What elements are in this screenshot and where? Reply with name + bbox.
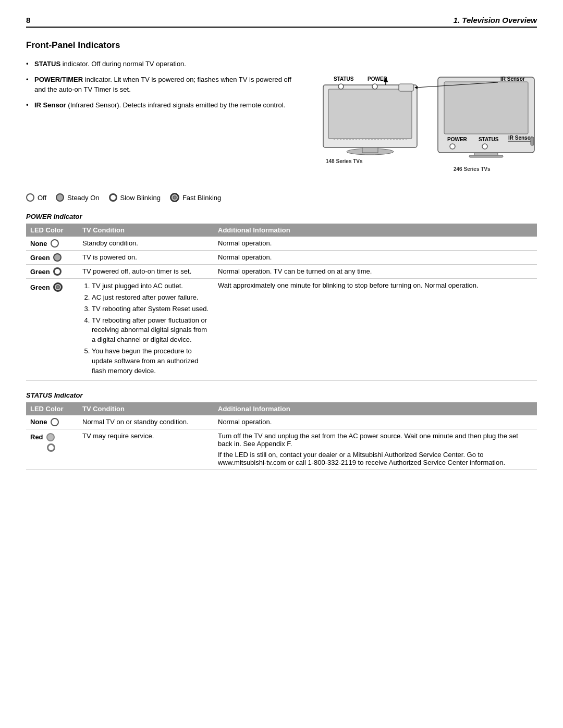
led-slow-blink-icon [109,193,117,202]
bullet-status: STATUS indicator. Off during normal TV o… [26,59,302,69]
svg-rect-21 [531,137,534,145]
bullet-ir: IR Sensor (Infrared Sensor). Detects inf… [26,100,302,110]
top-content: STATUS indicator. Off during normal TV o… [26,59,537,180]
svg-text:STATUS: STATUS [479,137,499,142]
svg-rect-8 [399,84,413,91]
bullet-power-term: POWER/TIMER [34,76,83,83]
legend-fast-blink: Fast Blinking [170,193,221,202]
power-row-3-additional: Normal operation. TV can be turned on at… [214,265,537,279]
bullet-power: POWER/TIMER indicator. Lit when TV is po… [26,75,302,95]
led-fast-blink-icon [170,193,179,202]
status-indicator-label: STATUS Indicator [26,391,537,399]
power-row-4: Green TV just plugged into AC outlet. AC… [26,279,537,381]
status-table-header-row: LED Color TV Condition Additional Inform… [26,402,537,415]
bullet-ir-term: IR Sensor [34,101,66,109]
legend-row: Off Steady On Slow Blinking Fast Blinkin… [26,193,537,202]
status-row-1-led: None [26,415,78,429]
led-off-icon-r1 [51,239,59,248]
power-row-4-list-1: TV just plugged into AC outlet. [92,281,210,291]
power-row-3: Green TV powered off, auto-on timer is s… [26,265,537,279]
power-row-4-led: Green [26,279,78,381]
power-row-1-additional: Normal operation. [214,237,537,251]
svg-text:STATUS: STATUS [334,76,354,82]
legend-fast-blink-label: Fast Blinking [182,194,221,202]
diagram-section: STATUS POWER 148 Series TVs [318,59,537,180]
status-indicator-table: LED Color TV Condition Additional Inform… [26,402,537,470]
page: 8 1. Television Overview Front-Panel Ind… [0,0,563,728]
status-header-condition: TV Condition [78,402,214,415]
power-row-4-list: TV just plugged into AC outlet. AC just … [82,281,210,376]
tv-diagram: STATUS POWER 148 Series TVs [318,59,537,179]
svg-point-6 [338,84,344,89]
svg-text:POWER: POWER [368,76,388,82]
bullet-ir-text: (Infrared Sensor). Detects infrared sign… [66,101,286,109]
page-chapter: 1. Television Overview [454,16,537,24]
power-row-2-condition: TV is powered on. [78,251,214,265]
led-slow-blink-icon-r3 [53,267,62,276]
power-row-4-list-4: TV rebooting after power fluctuation or … [92,316,210,346]
svg-text:148 Series TVs: 148 Series TVs [326,158,363,164]
power-row-2-additional: Normal operation. [214,251,537,265]
svg-text:246 Series TVs: 246 Series TVs [454,166,491,172]
status-row-2-led: Red [26,429,78,469]
power-row-1-led: None [26,237,78,251]
led-steady-icon [56,193,64,202]
legend-slow-blink: Slow Blinking [109,193,161,202]
power-row-3-condition: TV powered off, auto-on timer is set. [78,265,214,279]
power-indicator-label: POWER Indicator [26,213,537,220]
section-title: Front-Panel Indicators [26,40,537,51]
svg-rect-14 [469,155,503,157]
legend-steady: Steady On [56,193,99,202]
status-header-additional: Additional Information [214,402,537,415]
led-red-steady-icon [46,433,55,441]
power-row-4-condition: TV just plugged into AC outlet. AC just … [78,279,214,381]
status-row-1-additional: Normal operation. [214,415,537,429]
bullet-status-text: indicator. Off during normal TV operatio… [60,60,186,68]
page-number: 8 [26,16,30,24]
power-row-1-condition: Standby condition. [78,237,214,251]
power-row-1: None Standby condition. Normal operation… [26,237,537,251]
bullet-list: STATUS indicator. Off during normal TV o… [26,59,302,110]
power-header-additional: Additional Information [214,224,537,237]
status-row-2-additional: Turn off the TV and unplug the set from … [214,429,537,469]
svg-point-18 [482,144,487,149]
svg-text:IR Sensor: IR Sensor [508,135,533,141]
page-header: 8 1. Television Overview [26,16,537,28]
svg-rect-1 [328,89,412,139]
svg-text:POWER: POWER [447,137,468,142]
power-table-header-row: LED Color TV Condition Additional Inform… [26,224,537,237]
power-header-condition: TV Condition [78,224,214,237]
svg-rect-3 [362,147,378,153]
power-header-led: LED Color [26,224,78,237]
svg-point-7 [372,84,377,89]
status-row-1-condition: Normal TV on or standby condition. [78,415,214,429]
svg-rect-12 [444,82,528,134]
bullet-status-term: STATUS [34,60,60,68]
power-indicator-table: LED Color TV Condition Additional Inform… [26,224,537,381]
power-row-2-led: Green [26,251,78,265]
legend-off: Off [26,193,46,202]
led-fast-blink-icon-r4 [53,282,63,292]
legend-off-label: Off [38,194,46,202]
legend-slow-blink-label: Slow Blinking [120,194,161,202]
led-steady-icon-r2 [53,253,62,262]
led-red-slow-blink-icon [47,443,55,452]
legend-steady-label: Steady On [67,194,99,202]
svg-text:IR Sensor: IR Sensor [500,76,525,82]
power-row-4-additional: Wait approximately one minute for blinki… [214,279,537,381]
power-row-3-led: Green [26,265,78,279]
power-row-4-list-2: AC just restored after power failure. [92,293,210,303]
bullet-section: STATUS indicator. Off during normal TV o… [26,59,302,180]
led-off-icon-s1 [51,418,59,426]
power-row-4-list-5: You have begun the procedure to update s… [92,347,210,376]
status-row-1: None Normal TV on or standby condition. … [26,415,537,429]
status-row-2-condition: TV may require service. [78,429,214,469]
status-row-2: Red TV may require service. Turn off the… [26,429,537,469]
svg-point-17 [450,144,455,149]
status-header-led: LED Color [26,402,78,415]
led-off-icon [26,193,34,202]
power-row-4-list-3: TV rebooting after System Reset used. [92,304,210,314]
power-row-2: Green TV is powered on. Normal operation… [26,251,537,265]
